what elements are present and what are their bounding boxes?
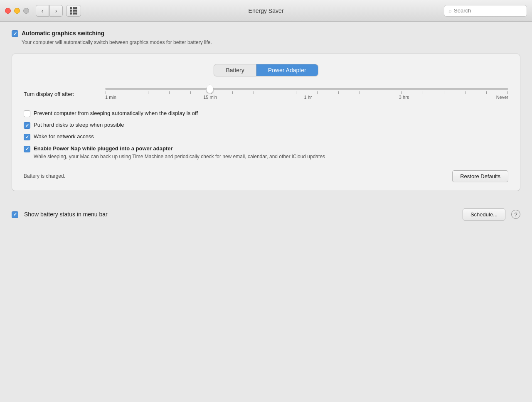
nav-back-button[interactable]: ‹ — [36, 5, 49, 17]
footer: Show battery status in menu bar Schedule… — [0, 201, 532, 228]
footer-left: Show battery status in menu bar — [12, 211, 108, 218]
auto-graphics-sublabel: Your computer will automatically switch … — [22, 39, 520, 45]
prevent-sleep-row: Prevent computer from sleeping automatic… — [24, 110, 508, 117]
nav-forward-button[interactable]: › — [49, 5, 63, 17]
maximize-button[interactable] — [23, 8, 29, 14]
slider-container: 1 min 15 min 1 hr 3 hrs Never — [105, 88, 508, 100]
main-content: Automatic graphics switching Your comput… — [0, 22, 532, 199]
grid-view-button[interactable] — [66, 5, 81, 17]
wake-network-checkbox[interactable] — [24, 134, 30, 140]
footer-right: Schedule... ? — [463, 208, 520, 221]
tick-label-3hrs: 3 hrs — [399, 95, 409, 100]
restore-defaults-button[interactable]: Restore Defaults — [452, 170, 508, 182]
hard-disk-sleep-row: Put hard disks to sleep when possible — [24, 121, 508, 129]
auto-graphics-row: Automatic graphics switching — [12, 30, 520, 37]
hard-disk-sleep-checkbox[interactable] — [24, 122, 30, 129]
battery-status: Battery is charged. — [24, 173, 65, 179]
slider-track[interactable] — [105, 88, 508, 90]
show-battery-checkbox[interactable] — [12, 211, 18, 218]
tick-label-1min: 1 min — [105, 95, 116, 100]
power-nap-label: Enable Power Nap while plugged into a po… — [34, 145, 325, 152]
power-nap-checkbox[interactable] — [24, 146, 30, 152]
tab-selector: Battery Power Adapter — [214, 64, 318, 76]
slider-label: Turn display off after: — [24, 91, 99, 97]
panel-options: Prevent computer from sleeping automatic… — [24, 110, 508, 160]
power-nap-text: Enable Power Nap while plugged into a po… — [34, 145, 325, 160]
auto-graphics-text: Automatic graphics switching — [22, 30, 104, 37]
display-off-slider-section: Turn display off after: — [24, 88, 508, 100]
tick-label-never: Never — [496, 95, 508, 100]
nav-buttons: ‹ › — [36, 5, 63, 17]
auto-graphics-label: Automatic graphics switching — [22, 30, 104, 37]
search-bar[interactable]: ⌕ — [444, 5, 527, 17]
search-input[interactable] — [454, 7, 522, 14]
power-nap-row: Enable Power Nap while plugged into a po… — [24, 145, 508, 160]
tick-label-1hr: 1 hr — [304, 95, 312, 100]
auto-graphics-checkbox[interactable] — [12, 30, 18, 37]
traffic-lights — [5, 8, 29, 14]
show-battery-label: Show battery status in menu bar — [24, 211, 108, 218]
schedule-button[interactable]: Schedule... — [463, 208, 505, 221]
panel-footer: Battery is charged. Restore Defaults — [24, 170, 508, 182]
prevent-sleep-label: Prevent computer from sleeping automatic… — [34, 110, 198, 117]
slider-row: Turn display off after: — [24, 88, 508, 100]
prevent-sleep-checkbox[interactable] — [24, 110, 30, 117]
energy-panel: Battery Power Adapter Turn display off a… — [12, 54, 520, 191]
hard-disk-sleep-label: Put hard disks to sleep when possible — [34, 121, 124, 129]
grid-icon — [70, 7, 77, 15]
window-title: Energy Saver — [249, 7, 284, 14]
battery-tab[interactable]: Battery — [214, 64, 256, 76]
power-nap-sublabel: While sleeping, your Mac can back up usi… — [34, 153, 325, 160]
help-button[interactable]: ? — [511, 210, 520, 219]
search-icon: ⌕ — [448, 7, 452, 14]
close-button[interactable] — [5, 8, 11, 14]
minimize-button[interactable] — [14, 8, 20, 14]
wake-network-label: Wake for network access — [34, 133, 94, 140]
titlebar: ‹ › Energy Saver ⌕ — [0, 0, 532, 22]
power-adapter-tab[interactable]: Power Adapter — [256, 64, 318, 76]
wake-network-row: Wake for network access — [24, 133, 508, 140]
tick-label-15min: 15 min — [203, 95, 217, 100]
slider-thumb[interactable] — [206, 84, 214, 93]
